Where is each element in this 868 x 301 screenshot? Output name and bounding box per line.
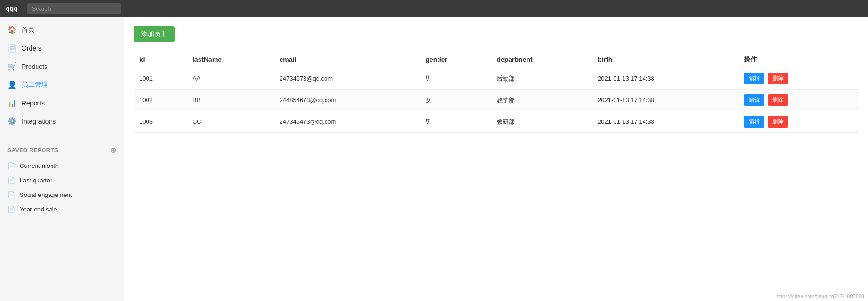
- status-bar: https://gitee.com/gaoqing717/1803888: [777, 293, 864, 299]
- saved-report-label-0: Current month: [20, 162, 59, 169]
- sidebar-item-label-employee: 员工管理: [22, 81, 48, 89]
- sidebar-item-label-reports: Reports: [22, 99, 45, 107]
- cell-gender: 男: [420, 68, 491, 90]
- cell-actions: 编辑 删除: [738, 90, 859, 111]
- cell-department: 教研部: [491, 111, 592, 133]
- cell-birth: 2021-01-13 17:14:38: [592, 90, 738, 111]
- cell-lastname: AA: [187, 68, 274, 90]
- cell-department: 教学部: [491, 90, 592, 111]
- col-birth: birth: [592, 52, 738, 68]
- sidebar-item-label-products: Products: [22, 63, 47, 70]
- saved-reports-header: SAVED REPORTS ⊕: [0, 142, 124, 158]
- sidebar-item-orders[interactable]: 📄 Orders: [0, 39, 124, 57]
- home-icon: 🏠: [7, 25, 17, 34]
- edit-button[interactable]: 编辑: [744, 73, 764, 84]
- sidebar-item-products[interactable]: 🛒 Products: [0, 57, 124, 75]
- saved-report-last-quarter[interactable]: 📄 Last quarter: [0, 173, 124, 188]
- sidebar-nav: 🏠 首页 📄 Orders 🛒 Products 👤 员工管理 📊 Report…: [0, 17, 124, 134]
- col-email: email: [274, 52, 420, 68]
- cell-email: 24734673@qq.com: [274, 68, 420, 90]
- topbar: qqq: [0, 0, 868, 17]
- cell-lastname: CC: [187, 111, 274, 133]
- content-area: 添加员工 id lastName email gender department…: [124, 17, 868, 301]
- col-department: department: [491, 52, 592, 68]
- sidebar: 🏠 首页 📄 Orders 🛒 Products 👤 员工管理 📊 Report…: [0, 17, 124, 301]
- cell-department: 后勤部: [491, 68, 592, 90]
- saved-report-social-engagement[interactable]: 📄 Social engagement: [0, 188, 124, 202]
- cell-email: 244854673@qq.com: [274, 90, 420, 111]
- saved-report-label-3: Year-end sale: [20, 206, 57, 213]
- employee-table: id lastName email gender department birt…: [134, 52, 859, 133]
- col-id: id: [134, 52, 187, 68]
- cell-gender: 男: [420, 111, 491, 133]
- delete-button[interactable]: 删除: [768, 94, 788, 106]
- delete-button[interactable]: 删除: [768, 116, 788, 128]
- table-row: 1002 BB 244854673@qq.com 女 教学部 2021-01-1…: [134, 90, 859, 111]
- saved-report-label-2: Social engagement: [20, 191, 72, 198]
- col-gender: gender: [420, 52, 491, 68]
- reports-icon: 📊: [7, 98, 17, 107]
- cell-email: 247346473@qq.com: [274, 111, 420, 133]
- integrations-icon: ⚙️: [7, 117, 17, 126]
- saved-report-icon-2: 📄: [7, 191, 15, 198]
- sidebar-item-label-integrations: Integrations: [22, 118, 56, 125]
- delete-button[interactable]: 删除: [768, 73, 788, 84]
- cell-id: 1001: [134, 68, 187, 90]
- col-actions: 操作: [738, 52, 859, 68]
- main-layout: 🏠 首页 📄 Orders 🛒 Products 👤 员工管理 📊 Report…: [0, 17, 868, 301]
- cell-birth: 2021-01-13 17:14:38: [592, 111, 738, 133]
- add-employee-button[interactable]: 添加员工: [134, 26, 175, 42]
- sidebar-item-home[interactable]: 🏠 首页: [0, 21, 124, 39]
- cell-lastname: BB: [187, 90, 274, 111]
- cell-actions: 编辑 删除: [738, 68, 859, 90]
- cell-id: 1003: [134, 111, 187, 133]
- sidebar-divider: [0, 138, 124, 138]
- col-lastname: lastName: [187, 52, 274, 68]
- orders-icon: 📄: [7, 44, 17, 53]
- cell-gender: 女: [420, 90, 491, 111]
- cell-actions: 编辑 删除: [738, 111, 859, 133]
- search-input[interactable]: [27, 3, 121, 14]
- table-row: 1001 AA 24734673@qq.com 男 后勤部 2021-01-13…: [134, 68, 859, 90]
- saved-report-icon-1: 📄: [7, 177, 15, 184]
- edit-button[interactable]: 编辑: [744, 116, 764, 128]
- cell-id: 1002: [134, 90, 187, 111]
- table-row: 1003 CC 247346473@qq.com 男 教研部 2021-01-1…: [134, 111, 859, 133]
- saved-report-year-end-sale[interactable]: 📄 Year-end sale: [0, 202, 124, 217]
- sidebar-item-integrations[interactable]: ⚙️ Integrations: [0, 112, 124, 130]
- app-logo: qqq: [6, 5, 18, 12]
- cell-birth: 2021-01-13 17:14:38: [592, 68, 738, 90]
- saved-report-icon-0: 📄: [7, 162, 15, 169]
- employee-icon: 👤: [7, 80, 17, 89]
- products-icon: 🛒: [7, 62, 17, 71]
- saved-report-icon-3: 📄: [7, 206, 15, 213]
- edit-button[interactable]: 编辑: [744, 94, 764, 106]
- saved-report-current-month[interactable]: 📄 Current month: [0, 158, 124, 173]
- saved-reports-label: SAVED REPORTS: [7, 147, 58, 154]
- sidebar-item-label-orders: Orders: [22, 45, 42, 52]
- sidebar-item-employee[interactable]: 👤 员工管理: [0, 75, 124, 94]
- sidebar-item-label-home: 首页: [22, 26, 35, 34]
- add-saved-report-button[interactable]: ⊕: [110, 146, 117, 155]
- saved-report-label-1: Last quarter: [20, 177, 52, 184]
- sidebar-item-reports[interactable]: 📊 Reports: [0, 94, 124, 112]
